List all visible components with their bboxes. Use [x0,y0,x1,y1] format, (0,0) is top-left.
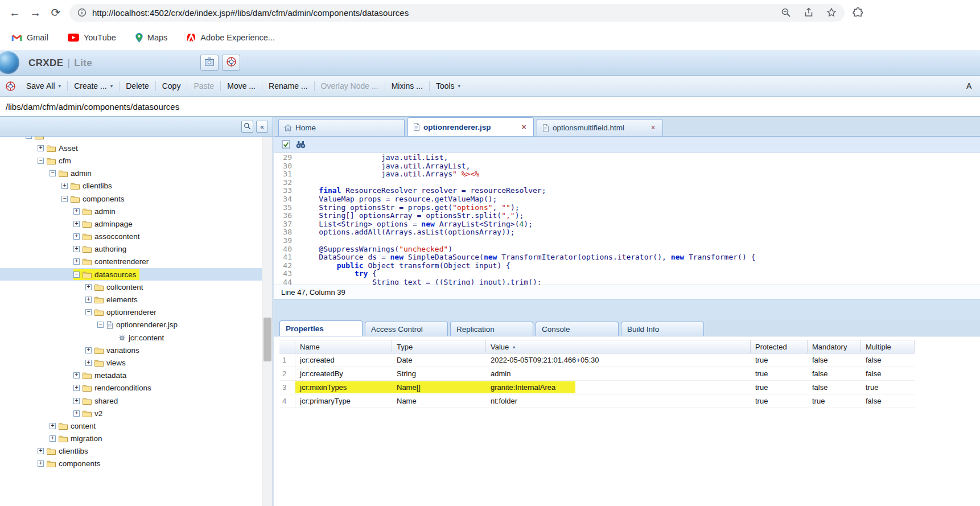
tree-row-asset[interactable]: +Asset [0,142,273,154]
extensions-icon[interactable] [853,7,863,18]
collapse-node-icon[interactable]: − [38,158,44,164]
expand-node-icon[interactable]: + [73,258,80,265]
expand-node-icon[interactable]: + [85,360,92,366]
column-header-name[interactable]: Name [295,340,392,353]
toolbar-lifebuoy-icon[interactable] [6,81,15,91]
expand-node-icon[interactable]: + [61,183,68,189]
toolbar-item-mixins[interactable]: Mixins ... [385,79,429,93]
back-icon[interactable]: ← [5,2,25,23]
tab-home[interactable]: Home [278,119,405,136]
expand-node-icon[interactable]: + [38,460,44,467]
expand-node-icon[interactable]: + [50,423,56,429]
toolbar-item-create[interactable]: Create ...▾ [68,79,119,93]
collapse-node-icon[interactable]: − [73,271,80,278]
tree-row-content[interactable]: +content [0,419,273,432]
bottom-tab-access-control[interactable]: Access Control [365,322,448,336]
expand-node-icon[interactable]: + [85,297,92,303]
collapse-node-icon[interactable]: − [97,322,104,328]
collapse-node-icon[interactable]: − [61,196,68,202]
expand-node-icon[interactable]: + [73,221,80,227]
expand-node-icon[interactable]: + [50,435,56,442]
tree-row-views[interactable]: +views [0,356,273,369]
collapse-node-icon[interactable]: − [50,170,56,176]
tree-row-optionrenderer[interactable]: −optionrenderer [0,306,273,319]
toolbar-item-save-all[interactable]: Save All▾ [20,79,67,93]
column-header-protected[interactable]: Protected [751,340,808,353]
bottom-tab-replication[interactable]: Replication [450,322,533,336]
expand-node-icon[interactable]: + [73,398,80,404]
tree-row-v2[interactable]: +v2 [0,407,273,419]
reload-icon[interactable]: ⟳ [46,2,66,23]
close-tab-icon[interactable]: × [520,123,528,131]
tree-row-migration[interactable]: +migration [0,433,273,445]
search-binoculars-icon[interactable] [296,141,306,149]
forward-icon[interactable]: → [25,2,46,23]
snapshot-button[interactable] [200,55,219,71]
validate-icon[interactable] [282,140,290,149]
column-header-multiple[interactable]: Multiple [861,340,915,353]
expand-node-icon[interactable]: + [73,372,80,379]
expand-node-icon[interactable]: + [85,347,92,353]
tab-optionsmultifield-html[interactable]: optionsmultifield.html× [537,119,663,136]
expand-node-icon[interactable]: + [73,208,80,215]
tree-row-metadata[interactable]: +metadata [0,369,273,382]
expand-node-icon[interactable]: + [73,410,80,417]
tree-row-authoring[interactable]: +authoring [0,243,273,256]
collapse-panel-button[interactable]: « [256,121,268,133]
toolbar-item-tools[interactable]: Tools▾ [430,79,467,93]
bottom-tab-properties[interactable]: Properties [279,320,363,336]
tree-row-admin[interactable]: −admin [0,167,273,180]
expand-node-icon[interactable]: + [73,385,80,391]
tree-row-collcontent[interactable]: +collcontent [0,281,273,293]
bottom-tab-build-info[interactable]: Build Info [621,322,704,336]
tree-row-clientlibs[interactable]: +clientlibs [0,180,273,192]
expand-node-icon[interactable]: + [85,284,92,290]
column-header-type[interactable]: Type [392,340,486,353]
help-button[interactable] [222,55,240,71]
property-row-jcr-mixintypes[interactable]: 3jcr:mixinTypesName[]granite:InternalAre… [279,381,915,394]
bookmark-adobe-experience[interactable]: Adobe Experience... [187,33,275,42]
tree-row-jcr-content[interactable]: jcr:content [0,331,273,344]
tree-row-clientlibs[interactable]: +clientlibs [0,445,273,458]
node-path-input[interactable]: /libs/dam/cfm/admin/components/datasourc… [0,97,980,117]
tree-row-cfm[interactable]: −cfm [0,154,273,167]
toolbar-item-rename[interactable]: Rename ... [262,79,314,93]
tree-row-adminpage[interactable]: +adminpage [0,217,273,230]
tree-row-datasources[interactable]: −datasources [0,268,273,281]
expand-node-icon[interactable]: + [38,145,44,151]
property-row-jcr-created[interactable]: 1jcr:createdDate2022-05-05T09:21:01.466+… [279,353,915,367]
column-header-value[interactable]: Value▲ [486,340,751,353]
tree-row-variations[interactable]: +variations [0,344,273,356]
column-header-mandatory[interactable]: Mandatory [808,340,861,353]
tab-optionrenderer-jsp[interactable]: optionrenderer.jsp× [407,117,534,136]
close-tab-icon[interactable]: × [649,124,657,132]
site-info-icon[interactable] [77,8,87,17]
tree-scrollbar[interactable] [262,137,273,506]
toolbar-item-delete[interactable]: Delete [120,79,155,93]
tree-row-components[interactable]: +components [0,458,273,470]
code-editor[interactable]: 29 java.util.List,30 java.util.ArrayList… [274,153,980,285]
find-node-button[interactable] [241,121,253,133]
zoom-icon[interactable] [781,7,791,18]
toolbar-item-copy[interactable]: Copy [156,79,187,93]
tree-row-elements[interactable]: +elements [0,293,273,306]
share-icon[interactable] [804,7,814,18]
tree-row-renderconditions[interactable]: +renderconditions [0,382,273,394]
address-bar[interactable]: http://localhost:4502/crx/de/index.jsp#/… [69,4,845,22]
expand-node-icon[interactable]: + [38,448,44,454]
tree-row-shared[interactable]: +shared [0,394,273,407]
tree-scrollbar-thumb[interactable] [263,318,271,361]
bottom-tab-console[interactable]: Console [536,322,619,336]
expand-node-icon[interactable]: + [73,233,80,240]
bookmark-star-icon[interactable] [826,7,837,18]
collapse-node-icon[interactable]: − [26,137,32,139]
property-row-jcr-primarytype[interactable]: 4jcr:primaryTypeNament:foldertruetruefal… [279,394,915,408]
property-row-jcr-createdby[interactable]: 2jcr:createdByStringadmintruefalsefalse [279,367,915,381]
bookmark-maps[interactable]: Maps [135,33,167,43]
collapse-node-icon[interactable]: − [85,309,92,315]
toolbar-item-move[interactable]: Move ... [221,79,262,93]
tree-row-components[interactable]: −components [0,192,273,205]
bookmark-gmail[interactable]: Gmail [11,33,48,42]
tree-row-assoccontent[interactable]: +assoccontent [0,231,273,243]
expand-node-icon[interactable]: + [73,246,80,252]
